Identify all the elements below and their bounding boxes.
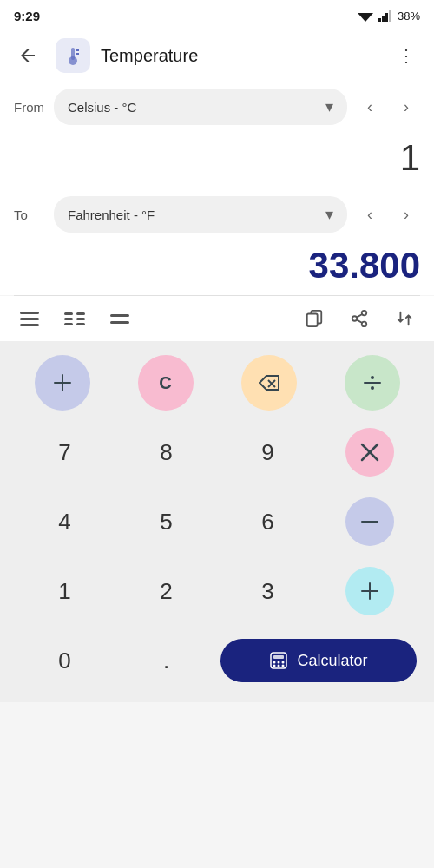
svg-point-31 [273,661,276,664]
swap-button[interactable] [389,303,420,334]
plusminus-button[interactable] [35,355,90,411]
key-2[interactable]: 2 [115,556,217,626]
key-multiply[interactable] [319,418,420,487]
calculator-icon [269,651,288,670]
more-button[interactable]: ⋮ [389,38,424,73]
battery-label: 38% [398,10,420,23]
app-icon [56,38,90,73]
from-label: From [14,100,45,115]
app-bar: Temperature ⋮ [0,31,434,80]
share-icon [350,309,369,328]
to-value-display: 33.800 [14,241,420,295]
svg-rect-28 [369,582,371,600]
from-unit-arrow-icon: ▾ [326,97,333,116]
svg-point-23 [371,386,374,390]
svg-point-36 [282,665,285,667]
key-6[interactable]: 6 [217,487,319,556]
key-4[interactable]: 4 [14,487,115,556]
key-8[interactable]: 8 [115,418,217,487]
key-1[interactable]: 1 [14,556,115,626]
svg-rect-18 [62,374,63,391]
clear-button[interactable]: C [138,355,194,411]
to-label: To [14,207,45,222]
format-buttons [14,303,299,334]
to-unit-selector[interactable]: Fahrenheit - °F ▾ [54,196,347,233]
from-unit-selector[interactable]: Celsius - °C ▾ [54,89,347,125]
svg-line-15 [357,319,362,323]
svg-point-34 [273,665,276,667]
to-next-button[interactable]: › [392,201,420,228]
signal-icon [378,10,392,22]
svg-rect-26 [361,521,378,523]
from-prev-button[interactable]: ‹ [356,93,384,121]
format-list-button[interactable] [14,303,45,334]
to-unit-text: Fahrenheit - °F [68,207,155,222]
svg-point-21 [371,376,374,379]
svg-point-32 [278,661,280,664]
svg-rect-30 [273,655,284,659]
divide-button[interactable] [345,355,400,411]
svg-rect-5 [389,10,391,22]
swap-icon [395,309,414,328]
from-unit-text: Celsius - °C [68,100,136,115]
toolbar-row [0,296,434,341]
copy-button[interactable] [299,303,330,334]
key-5[interactable]: 5 [115,487,217,556]
svg-point-33 [282,661,285,664]
key-0[interactable]: 0 [14,626,115,695]
compact-icon [110,314,129,324]
calculator-button[interactable]: Calculator [220,639,417,682]
status-time: 9:29 [14,9,40,23]
from-row: From Celsius - °C ▾ ‹ › [14,80,420,134]
key-minus[interactable] [319,487,420,556]
svg-rect-7 [71,48,75,60]
svg-point-12 [362,311,367,316]
svg-rect-4 [385,13,388,22]
key-9[interactable]: 9 [217,418,319,487]
wifi-icon [358,10,373,22]
svg-rect-3 [382,16,385,22]
back-button[interactable] [10,38,45,73]
keypad-area: C 7 8 9 [0,341,434,702]
svg-rect-11 [307,314,318,327]
list-lines-icon [20,312,39,326]
key-dot[interactable]: . [115,626,217,695]
to-prev-button[interactable]: ‹ [356,201,384,228]
svg-point-14 [362,322,367,327]
key-3[interactable]: 3 [217,556,319,626]
format-compact-button[interactable] [104,303,135,334]
to-row: To Fahrenheit - °F ▾ ‹ › [14,187,420,241]
key-7[interactable]: 7 [14,418,115,487]
svg-point-35 [278,665,280,667]
to-unit-arrow-icon: ▾ [326,205,333,224]
from-next-button[interactable]: › [392,93,420,121]
app-title: Temperature [101,46,378,66]
copy-icon [305,309,324,328]
special-buttons-row: C [14,355,420,411]
svg-line-16 [357,314,362,318]
svg-rect-2 [378,18,381,22]
format-columns-button[interactable] [59,303,90,334]
calculator-button-label: Calculator [297,652,367,670]
share-button[interactable] [344,303,375,334]
number-grid: 7 8 9 4 5 6 1 2 3 [14,418,420,626]
status-icons: 38% [358,10,420,23]
status-bar: 9:29 38% [0,0,434,31]
columns-icon [64,312,85,326]
svg-point-13 [352,316,358,321]
from-value-display: 1 [14,134,420,187]
action-buttons [299,303,420,334]
bottom-row: 0 . Calculator [14,626,420,695]
key-plus[interactable] [319,556,420,626]
svg-rect-22 [364,382,381,384]
conversion-area: From Celsius - °C ▾ ‹ › 1 To Fahrenheit … [0,80,434,295]
backspace-button[interactable] [241,355,297,411]
